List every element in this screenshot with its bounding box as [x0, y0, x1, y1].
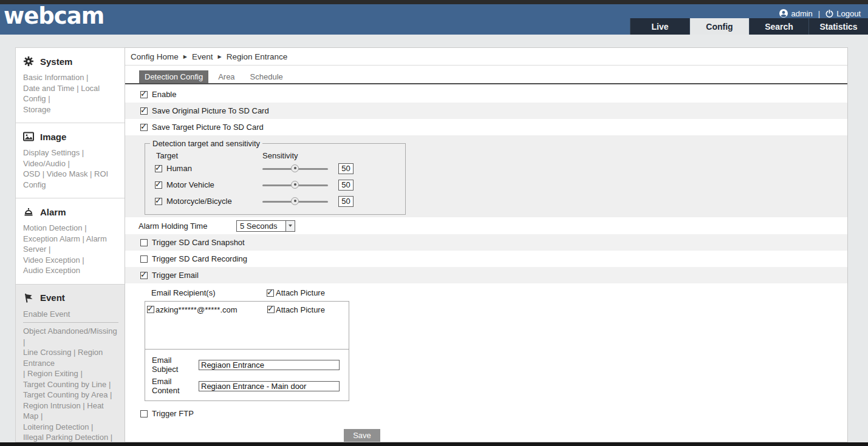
- sensitivity-column-header: Sensitivity: [262, 151, 298, 160]
- sidebar-links-event-6[interactable]: Region Intrusion | Heat Map |: [23, 400, 120, 422]
- power-icon: [825, 10, 833, 18]
- motor-vehicle-sensitivity-value[interactable]: 50: [338, 180, 354, 191]
- motorcycle-bicycle-checkbox[interactable]: [155, 198, 162, 205]
- sidebar-section-system-title: System: [23, 56, 120, 67]
- sidebar-links-event-4[interactable]: Target Counting by Line |: [23, 379, 120, 390]
- trigger-sd-snapshot-label: Trigger SD Card Snapshot: [152, 238, 245, 247]
- email-subject-input[interactable]: [199, 360, 340, 370]
- gear-icon: [23, 56, 34, 67]
- sidebar-links-event-3[interactable]: | Region Exiting |: [23, 368, 120, 379]
- recipient-attach-picture-checkbox[interactable]: [267, 306, 275, 313]
- user-icon: [779, 9, 788, 18]
- save-target-picture-checkbox[interactable]: [140, 124, 148, 131]
- nav-tab-live[interactable]: Live: [630, 18, 689, 35]
- email-content-row: Email Content: [145, 377, 349, 395]
- bottom-strip: [0, 442, 868, 446]
- logout-label: Logout: [836, 9, 861, 18]
- nav-tab-config[interactable]: Config: [689, 18, 749, 35]
- email-recipients-box: azking******@*****.com Attach Picture Em…: [145, 301, 349, 401]
- attach-picture-all-label: Attach Picture: [276, 288, 325, 297]
- sidebar-links-image-2[interactable]: OSD | Video Mask | ROI Config: [23, 169, 120, 190]
- sidebar-links-event-8[interactable]: Illegal Parking Detection |: [23, 432, 120, 442]
- sidebar-links-event-7[interactable]: Loitering Detection |: [23, 422, 120, 433]
- target-column-header: Target: [155, 151, 262, 160]
- email-content-input[interactable]: [199, 381, 340, 391]
- sidebar-links-alarm-4[interactable]: Audio Exception: [23, 265, 120, 276]
- human-sensitivity-slider[interactable]: [262, 164, 328, 173]
- sidebar-section-system: System Basic Information | Date and Time…: [16, 48, 125, 123]
- detection-table-header: Target Sensitivity: [155, 151, 405, 160]
- section-title-text: Event: [40, 292, 65, 303]
- recipient-checkbox[interactable]: [147, 306, 154, 313]
- breadcrumb-region-entrance: Region Entrance: [227, 52, 288, 61]
- select-dropdown-button[interactable]: [285, 221, 295, 231]
- tab-schedule[interactable]: Schedule: [245, 70, 289, 83]
- human-checkbox[interactable]: [155, 165, 162, 172]
- trigger-sd-snapshot-checkbox[interactable]: [140, 239, 148, 246]
- breadcrumb-event[interactable]: Event: [192, 52, 213, 61]
- save-original-row: Save Original Picture To SD Card: [125, 103, 847, 119]
- motor-vehicle-label: Motor Vehicle: [166, 180, 214, 189]
- slider-handle[interactable]: [291, 181, 299, 189]
- logout-button[interactable]: Logout: [825, 9, 861, 18]
- nav-tab-statistics[interactable]: Statistics: [808, 18, 868, 35]
- detection-sensitivity-band: Detection target and sensitivity Target …: [125, 135, 847, 217]
- motor-vehicle-row: Motor Vehicle 50: [155, 177, 405, 193]
- breadcrumb-config-home[interactable]: Config Home: [131, 52, 179, 61]
- detection-config-form: Enable Save Original Picture To SD Card …: [125, 84, 847, 442]
- motor-vehicle-checkbox[interactable]: [155, 181, 162, 189]
- trigger-sd-recording-checkbox[interactable]: [140, 255, 148, 263]
- top-strip: [0, 0, 868, 4]
- email-subject-label: Email Subject: [152, 356, 199, 374]
- alarm-icon: [23, 206, 34, 217]
- tab-area[interactable]: Area: [213, 70, 240, 83]
- slider-handle[interactable]: [291, 164, 299, 172]
- sidebar-links-image-1[interactable]: Display Settings | Video/Audio |: [23, 147, 120, 169]
- trigger-snapshot-row: Trigger SD Card Snapshot: [125, 234, 847, 251]
- sidebar-links-system-3[interactable]: Storage: [23, 104, 120, 115]
- app-logo: webcam: [4, 3, 104, 29]
- motorcycle-bicycle-label: Motorcycle/Bicycle: [166, 197, 232, 206]
- detection-fieldset-legend: Detection target and sensitivity: [150, 139, 262, 148]
- section-title-text: System: [40, 56, 72, 67]
- sidebar-section-event: Event Enable Event Object Abandoned/Miss…: [16, 284, 125, 443]
- enable-label: Enable: [152, 90, 176, 99]
- motorcycle-bicycle-sensitivity-slider[interactable]: [262, 197, 328, 206]
- motor-vehicle-sensitivity-slider[interactable]: [262, 181, 328, 189]
- slider-handle[interactable]: [291, 197, 299, 205]
- motorcycle-bicycle-sensitivity-value[interactable]: 50: [338, 196, 354, 207]
- user-menu[interactable]: admin: [779, 9, 812, 18]
- username-label: admin: [791, 9, 812, 18]
- human-sensitivity-value[interactable]: 50: [338, 163, 354, 174]
- sidebar-links-alarm-1[interactable]: Motion Detection |: [23, 223, 120, 234]
- sidebar-links-system-1[interactable]: Basic Information |: [23, 72, 120, 83]
- recipient-address: azking******@*****.com: [155, 305, 267, 314]
- trigger-ftp-checkbox[interactable]: [140, 410, 148, 417]
- config-main-panel: Config Home ▶ Event ▶ Region Entrance De…: [125, 47, 848, 442]
- enable-row: Enable: [125, 86, 847, 103]
- trigger-sd-recording-label: Trigger SD Card Recording: [152, 254, 247, 263]
- attach-picture-all-checkbox[interactable]: [267, 289, 274, 297]
- breadcrumb: Config Home ▶ Event ▶ Region Entrance: [125, 48, 847, 66]
- sidebar-links-alarm-2[interactable]: Exception Alarm | Alarm Server |: [23, 234, 120, 255]
- email-recipients-header: Email Recipient(s) Attach Picture: [125, 285, 847, 301]
- sidebar-links-event-2[interactable]: Line Crossing | Region Entrance: [23, 347, 120, 368]
- trigger-ftp-row: Trigger FTP: [125, 405, 847, 422]
- save-button[interactable]: Save: [344, 429, 380, 442]
- alarm-holding-time-select[interactable]: 5 Seconds: [236, 220, 295, 232]
- alarm-holding-time-value: 5 Seconds: [237, 221, 285, 231]
- nav-tab-search[interactable]: Search: [749, 18, 808, 35]
- enable-checkbox[interactable]: [140, 91, 148, 98]
- event-section-divider: [23, 322, 118, 323]
- sidebar-links-system-2[interactable]: Date and Time | Local Config |: [23, 83, 120, 104]
- sidebar-links-event-1[interactable]: Object Abandoned/Missing |: [23, 326, 120, 347]
- sidebar-links-alarm-3[interactable]: Video Exception |: [23, 255, 120, 266]
- save-original-picture-checkbox[interactable]: [140, 107, 148, 115]
- trigger-ftp-label: Trigger FTP: [152, 409, 194, 418]
- human-row: Human 50: [155, 160, 405, 177]
- trigger-email-checkbox[interactable]: [140, 272, 148, 279]
- sidebar-link-enable-event[interactable]: Enable Event: [23, 309, 120, 320]
- sidebar-links-event-5[interactable]: Target Counting by Area |: [23, 390, 120, 400]
- tab-detection-config[interactable]: Detection Config: [139, 70, 208, 83]
- motorcycle-bicycle-row: Motorcycle/Bicycle 50: [155, 193, 405, 209]
